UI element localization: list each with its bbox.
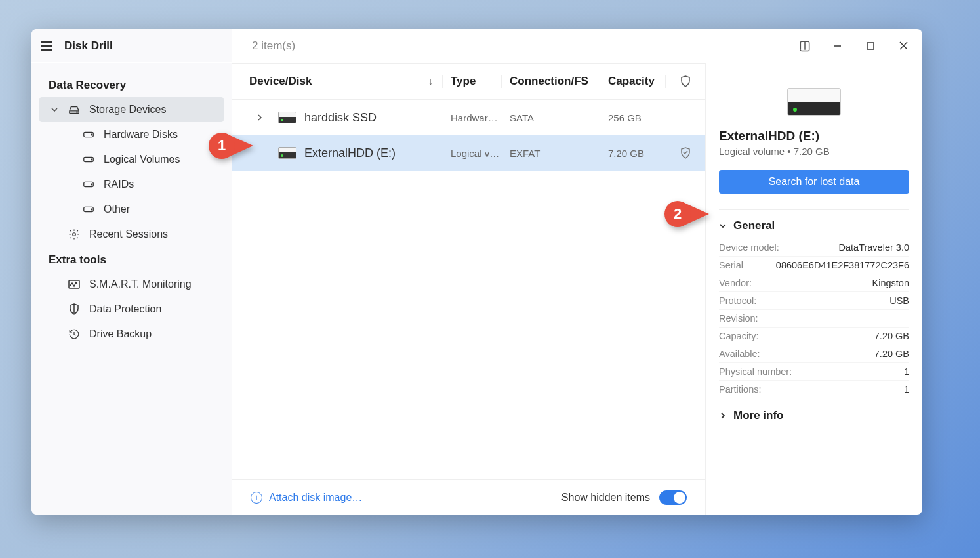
cell-capacity: 256 GB [600, 112, 666, 123]
help-icon[interactable] [788, 29, 821, 63]
cell-capacity: 7.20 GB [600, 148, 666, 159]
sidebar-item-label: Hardware Disks [104, 129, 178, 140]
column-header-type[interactable]: Type [443, 75, 502, 88]
property-key: Physical number: [719, 366, 792, 377]
details-properties: Device model:DataTraveler 3.0Serial08606… [719, 239, 909, 398]
sidebar-item-smart[interactable]: S.M.A.R.T. Monitoring [39, 272, 224, 297]
attach-label: Attach disk image… [269, 492, 362, 504]
expand-chevron-icon[interactable] [249, 114, 270, 121]
property-value: 7.20 GB [874, 349, 909, 359]
table-row[interactable]: ExternalHDD (E:)Logical vol…EXFAT7.20 GB [232, 135, 705, 171]
window-controls [788, 29, 922, 63]
disk-icon [83, 154, 94, 165]
main-footer: + Attach disk image… Show hidden items [232, 479, 705, 515]
svg-point-9 [91, 159, 92, 160]
menu-icon[interactable] [41, 41, 52, 51]
sidebar-item-other[interactable]: Other [39, 197, 224, 222]
general-label: General [733, 219, 775, 232]
sidebar-item-storage-devices[interactable]: Storage Devices [39, 97, 224, 122]
column-header-device[interactable]: Device/Disk ↓ [232, 75, 443, 88]
more-info-label: More info [733, 409, 784, 422]
sort-arrow-icon: ↓ [428, 76, 433, 87]
shield-icon [68, 303, 80, 315]
close-button[interactable] [887, 29, 920, 63]
property-value: DataTraveler 3.0 [839, 242, 909, 253]
sidebar-heading-recovery: Data Recovery [31, 72, 232, 97]
drive-icon [278, 112, 296, 123]
column-header-capacity[interactable]: Capacity [600, 75, 666, 88]
property-value: 08606E6D41E2F381772C23F6 [776, 260, 909, 270]
app-body: Data Recovery Storage Devices Hardware D… [31, 63, 922, 515]
property-row: Partitions:1 [719, 381, 909, 398]
disk-icon [83, 129, 94, 140]
chevron-down-icon [719, 222, 727, 230]
column-header-protection[interactable] [666, 75, 705, 87]
sidebar-item-label: Storage Devices [89, 104, 166, 116]
svg-rect-1 [867, 43, 874, 49]
minimize-button[interactable] [821, 29, 854, 63]
property-row: Physical number:1 [719, 363, 909, 381]
maximize-button[interactable] [854, 29, 887, 63]
property-row: Device model:DataTraveler 3.0 [719, 239, 909, 257]
divider [719, 209, 909, 210]
drive-icon [68, 104, 80, 116]
sidebar-item-label: RAIDs [104, 179, 134, 190]
cell-connection: EXFAT [502, 148, 600, 159]
sidebar-item-recent-sessions[interactable]: Recent Sessions [39, 222, 224, 247]
disk-icon [83, 204, 94, 215]
sidebar-item-logical-volumes[interactable]: Logical Volumes [39, 147, 224, 172]
drive-illustration [787, 88, 841, 116]
svg-point-13 [91, 209, 92, 209]
sidebar-item-drive-backup[interactable]: Drive Backup [39, 322, 224, 347]
property-key: Device model: [719, 242, 779, 253]
more-info-header[interactable]: More info [719, 409, 909, 422]
monitor-icon [68, 278, 80, 290]
sidebar-item-hardware-disks[interactable]: Hardware Disks [39, 122, 224, 147]
svg-point-5 [77, 112, 77, 112]
property-key: Vendor: [719, 278, 752, 288]
sidebar-item-label: Drive Backup [89, 328, 152, 340]
history-icon [68, 328, 80, 340]
details-panel: ExternalHDD (E:) Logical volume • 7.20 G… [706, 63, 922, 515]
property-key: Protocol: [719, 295, 756, 306]
svg-point-7 [91, 134, 92, 135]
attach-disk-image-link[interactable]: + Attach disk image… [251, 492, 362, 504]
sidebar-item-data-protection[interactable]: Data Protection [39, 297, 224, 322]
titlebar: Disk Drill 2 item(s) [31, 29, 922, 63]
property-value: Kingston [872, 278, 909, 288]
property-row: Available:7.20 GB [719, 345, 909, 363]
cell-device: ExternalHDD (E:) [232, 146, 443, 160]
show-hidden-toggle[interactable] [659, 490, 687, 505]
sidebar-item-label: Data Protection [89, 303, 161, 315]
property-row: Revision: [719, 310, 909, 328]
column-header-connection[interactable]: Connection/FS [502, 75, 600, 88]
main-panel: Device/Disk ↓ Type Connection/FS Capacit… [232, 63, 706, 515]
hidden-items-label: Show hidden items [561, 492, 650, 504]
property-key: Capacity: [719, 331, 758, 341]
table-body: harddisk SSDHardware…SATA256 GBExternalH… [232, 100, 705, 479]
chevron-right-icon [719, 412, 727, 419]
svg-point-14 [73, 233, 76, 236]
sidebar-item-label: Logical Volumes [104, 154, 180, 165]
property-key: Available: [719, 349, 760, 359]
property-row: Vendor:Kingston [719, 274, 909, 292]
cell-protection [666, 147, 705, 159]
property-row: Serial08606E6D41E2F381772C23F6 [719, 257, 909, 274]
sidebar-heading-extra: Extra tools [31, 247, 232, 272]
disk-icon [83, 179, 94, 190]
app-window: Disk Drill 2 item(s) Data Recovery [31, 29, 922, 515]
details-subtitle: Logical volume • 7.20 GB [719, 146, 909, 157]
search-for-lost-data-button[interactable]: Search for lost data [719, 170, 909, 194]
property-row: Capacity:7.20 GB [719, 328, 909, 345]
table-row[interactable]: harddisk SSDHardware…SATA256 GB [232, 100, 705, 135]
property-key: Partitions: [719, 384, 761, 395]
sidebar: Data Recovery Storage Devices Hardware D… [31, 63, 232, 515]
item-count-label: 2 item(s) [232, 39, 788, 53]
plus-circle-icon: + [251, 492, 262, 504]
gear-icon [68, 228, 80, 240]
cell-type: Hardware… [443, 112, 502, 123]
general-section-header[interactable]: General [719, 219, 909, 232]
sidebar-item-raids[interactable]: RAIDs [39, 172, 224, 197]
device-name: ExternalHDD (E:) [304, 146, 396, 160]
sidebar-item-label: Other [104, 204, 130, 215]
